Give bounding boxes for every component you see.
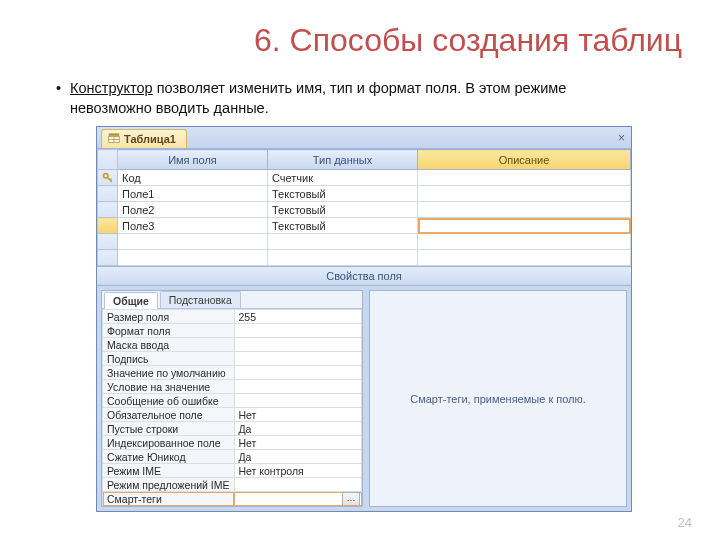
- col-header-type[interactable]: Тип данных: [268, 150, 418, 170]
- prop-name: Пустые строки: [103, 422, 235, 436]
- prop-name: Формат поля: [103, 324, 235, 338]
- cell-name[interactable]: [118, 250, 268, 266]
- document-tabbar: Таблица1 ×: [97, 127, 631, 149]
- property-row[interactable]: Обязательное полеНет: [103, 408, 362, 422]
- table-row[interactable]: Поле3 Текстовый: [98, 218, 631, 234]
- property-tabs: Общие Подстановка: [102, 291, 362, 309]
- table-icon: [108, 132, 120, 146]
- prop-name: Режим предложений IME: [103, 478, 235, 492]
- prop-value[interactable]: Нет: [234, 408, 362, 422]
- svg-line-6: [110, 178, 112, 180]
- property-table: Размер поля255 Формат поля Маска ввода П…: [102, 309, 362, 506]
- prop-value[interactable]: 255: [234, 310, 362, 324]
- properties-area: Общие Подстановка Размер поля255 Формат …: [97, 286, 631, 511]
- cell-desc[interactable]: [418, 170, 631, 186]
- prop-value[interactable]: Да: [234, 422, 362, 436]
- prop-value[interactable]: [234, 478, 362, 492]
- col-header-name[interactable]: Имя поля: [118, 150, 268, 170]
- table-row[interactable]: Поле2 Текстовый: [98, 202, 631, 218]
- field-grid: Имя поля Тип данных Описание Код Счетчик…: [97, 149, 631, 266]
- property-row[interactable]: Условие на значение: [103, 380, 362, 394]
- cell-type[interactable]: Текстовый: [268, 218, 418, 234]
- property-row[interactable]: Размер поля255: [103, 310, 362, 324]
- slide-title: 6. Способы создания таблиц: [0, 0, 720, 59]
- cell-type[interactable]: Счетчик: [268, 170, 418, 186]
- prop-value[interactable]: [234, 352, 362, 366]
- cell-type[interactable]: Текстовый: [268, 202, 418, 218]
- col-header-desc[interactable]: Описание: [418, 150, 631, 170]
- prop-name: Режим IME: [103, 464, 235, 478]
- property-row[interactable]: Смарт-теги…: [103, 492, 362, 506]
- cell-name[interactable]: Поле3: [118, 218, 268, 234]
- table-row[interactable]: Поле1 Текстовый: [98, 186, 631, 202]
- page-number: 24: [678, 515, 692, 530]
- cell-desc[interactable]: [418, 250, 631, 266]
- prop-value[interactable]: Нет: [234, 436, 362, 450]
- access-designer-window: Таблица1 × Имя поля Тип данных Описание …: [96, 126, 632, 512]
- properties-panel: Общие Подстановка Размер поля255 Формат …: [101, 290, 363, 507]
- svg-rect-0: [109, 134, 120, 136]
- cell-name[interactable]: [118, 234, 268, 250]
- row-selector-header: [98, 150, 118, 170]
- cell-desc[interactable]: [418, 234, 631, 250]
- prop-name: Маска ввода: [103, 338, 235, 352]
- prop-name: Индексированное поле: [103, 436, 235, 450]
- tab-lookup[interactable]: Подстановка: [160, 291, 241, 308]
- grid-header-row: Имя поля Тип данных Описание: [98, 150, 631, 170]
- cell-type[interactable]: [268, 250, 418, 266]
- property-row[interactable]: Сжатие ЮникодДа: [103, 450, 362, 464]
- property-row[interactable]: Сообщение об ошибке: [103, 394, 362, 408]
- row-selector[interactable]: [98, 202, 118, 218]
- prop-name: Обязательное поле: [103, 408, 235, 422]
- builder-button[interactable]: …: [342, 492, 360, 506]
- cell-type[interactable]: [268, 234, 418, 250]
- property-row[interactable]: Подпись: [103, 352, 362, 366]
- prop-value[interactable]: …: [234, 492, 362, 506]
- tab-label: Таблица1: [124, 133, 176, 145]
- prop-value[interactable]: [234, 380, 362, 394]
- prop-name: Смарт-теги: [103, 492, 235, 506]
- prop-name: Значение по умолчанию: [103, 366, 235, 380]
- property-row[interactable]: Формат поля: [103, 324, 362, 338]
- table-row[interactable]: [98, 234, 631, 250]
- table-row[interactable]: [98, 250, 631, 266]
- cell-desc[interactable]: [418, 202, 631, 218]
- property-row[interactable]: Режим предложений IME: [103, 478, 362, 492]
- property-row[interactable]: Режим IMEНет контроля: [103, 464, 362, 478]
- prop-value[interactable]: Да: [234, 450, 362, 464]
- cell-desc[interactable]: [418, 186, 631, 202]
- prop-name: Сообщение об ошибке: [103, 394, 235, 408]
- row-selector[interactable]: [98, 186, 118, 202]
- table-tab[interactable]: Таблица1: [101, 129, 187, 148]
- properties-header: Свойства поля: [97, 266, 631, 286]
- cell-name[interactable]: Поле2: [118, 202, 268, 218]
- prop-value[interactable]: [234, 324, 362, 338]
- bullet-lead: Конструктор: [70, 80, 153, 96]
- prop-value[interactable]: [234, 366, 362, 380]
- prop-value[interactable]: Нет контроля: [234, 464, 362, 478]
- prop-name: Размер поля: [103, 310, 235, 324]
- row-selector[interactable]: [98, 218, 118, 234]
- cell-desc[interactable]: [418, 218, 631, 234]
- row-selector[interactable]: [98, 234, 118, 250]
- property-row[interactable]: Значение по умолчанию: [103, 366, 362, 380]
- cell-name[interactable]: Код: [118, 170, 268, 186]
- table-row[interactable]: Код Счетчик: [98, 170, 631, 186]
- property-row[interactable]: Маска ввода: [103, 338, 362, 352]
- property-row[interactable]: Индексированное полеНет: [103, 436, 362, 450]
- key-icon: [98, 170, 118, 186]
- tab-general[interactable]: Общие: [104, 292, 158, 309]
- prop-name: Подпись: [103, 352, 235, 366]
- close-icon[interactable]: ×: [618, 131, 625, 145]
- cell-name[interactable]: Поле1: [118, 186, 268, 202]
- property-row[interactable]: Пустые строкиДа: [103, 422, 362, 436]
- prop-name: Условие на значение: [103, 380, 235, 394]
- prop-value[interactable]: [234, 394, 362, 408]
- prop-value[interactable]: [234, 338, 362, 352]
- prop-name: Сжатие Юникод: [103, 450, 235, 464]
- cell-type[interactable]: Текстовый: [268, 186, 418, 202]
- hint-panel: Смарт-теги, применяемые к полю.: [369, 290, 627, 507]
- row-selector[interactable]: [98, 250, 118, 266]
- bullet-text: •Конструктор позволяет изменить имя, тип…: [56, 79, 656, 118]
